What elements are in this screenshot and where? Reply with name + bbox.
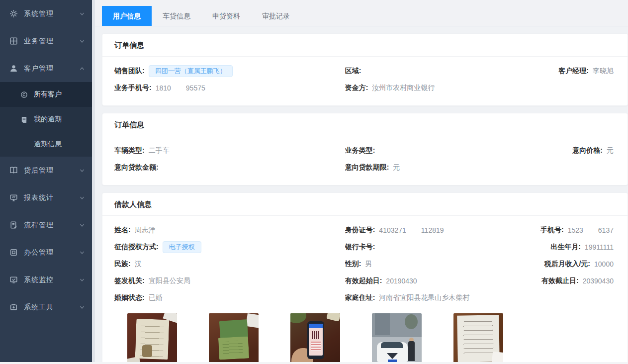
sidebar-item-label: 系统管理 [24,9,79,18]
field-intent-price: 意向价格: 元 [520,142,616,159]
sidebar-item-overdue-info[interactable]: 逾期信息 [0,132,92,157]
sidebar-item-system-tools[interactable]: 系统工具 [0,293,92,321]
sidebar-item-label: 流程管理 [24,221,79,230]
chevron-down-icon [79,304,85,310]
notebook-icon [20,115,28,123]
license-booklet-photo[interactable] [209,313,259,364]
field-gender: 性别: 男 [345,256,521,273]
field-id-number: 身份证号: 4103271112819 [345,222,521,239]
horizontal-scrollbar-track[interactable] [0,362,628,364]
field-customer-manager: 客户经理: 李晓旭 [520,63,616,80]
field-mobile-phone: 手机号: 15236137 [520,222,616,239]
gear-icon [9,9,18,18]
sales-team-tag[interactable]: 四团一营（直属王鹏飞） [149,65,233,77]
sidebar-item-postloan-mgmt[interactable]: 贷后管理 [0,157,92,184]
sidebar-item-report-stats[interactable]: 报表统计 [0,184,92,211]
field-valid-until: 有效截止日: 20390430 [520,273,616,289]
sidebar-item-my-overdue[interactable]: 我的逾期 [0,107,92,132]
grid-icon [9,37,18,46]
detail-tabbar: 用户信息 车贷信息 申贷资料 审批记录 [95,0,628,26]
sidebar-item-customer-mgmt[interactable]: 客户管理 [0,55,92,82]
field-business-phone: 业务手机号: 181095575 [114,80,345,96]
chevron-down-icon [79,195,85,201]
sidebar-item-label: 所有客户 [34,90,62,99]
chevron-down-icon [79,168,85,174]
card-title: 订单信息 [102,34,628,57]
tab-approval-records[interactable]: 审批记录 [251,6,301,26]
card-title: 借款人信息 [102,193,628,216]
redaction-block [171,85,186,91]
main-content: 用户信息 车贷信息 申贷资料 审批记录 订单信息 销售团队: 四团一营（直属王鹏… [95,0,628,364]
monitor-check-icon [9,275,18,284]
field-business-type: 业务类型: [345,142,521,159]
photo-item: 本人照 [127,313,177,364]
field-region: 区域: [345,63,521,80]
sidebar-item-label: 业务管理 [24,37,79,46]
handwritten-doc-photo[interactable] [453,313,503,364]
redaction-block [406,227,421,234]
field-funder: 资金方: 汝州市农村商业银行 [345,80,521,96]
field-bank-card: 银行卡号: [345,239,521,256]
sidebar-item-workflow-mgmt[interactable]: 流程管理 [0,211,92,239]
photo-item: 授权证明 [290,313,340,364]
field-monthly-income: 税后月收入/元: 10000 [520,256,616,273]
field-sales-team: 销售团队: 四团一营（直属王鹏飞） [114,63,345,80]
toolbox-icon [9,303,18,312]
field-ethnicity: 民族: 汉 [114,256,345,273]
field-issuing-authority: 签发机关: 宜阳县公安局 [114,273,345,289]
phone-qr-photo[interactable] [290,313,340,364]
customers-icon [20,91,28,98]
sidebar-item-system-monitor[interactable]: 系统监控 [0,266,92,293]
sidebar: 系统管理 业务管理 客户管理 所有客户 我的逾期 逾期信息 [0,0,92,364]
redaction-block [583,227,598,234]
card-title: 订单信息 [102,113,628,136]
field-marital-status: 婚姻状态: 已婚 [114,289,345,306]
sidebar-item-label: 客户管理 [24,64,79,73]
e-auth-tag[interactable]: 电子授权 [163,241,201,253]
field-birth-date: 出生年月: 19911111 [520,239,616,256]
chevron-down-icon [79,222,85,228]
person-car-photo[interactable] [372,313,422,364]
order-info-card-1: 订单信息 销售团队: 四团一营（直属王鹏飞） 区域: 客户经理: 李晓旭 业务手… [102,33,628,106]
workflow-icon [9,221,18,230]
chevron-down-icon [79,277,85,283]
field-credit-auth-method: 征信授权方式: 电子授权 [114,239,345,256]
open-book-icon [9,166,18,175]
photo-item: 人车合影 [372,313,422,364]
sidebar-item-label: 系统工具 [24,303,79,312]
office-icon [9,248,18,257]
chevron-up-icon [79,66,85,72]
field-vehicle-type: 车辆类型: 二手车 [114,142,345,159]
order-info-card-2: 订单信息 车辆类型: 二手车 业务类型: 意向价格: 元 意向贷款金额: [102,113,628,185]
sidebar-item-system-mgmt[interactable]: 系统管理 [0,0,92,27]
sidebar-item-all-customers[interactable]: 所有客户 [0,82,92,107]
borrower-info-card: 借款人信息 姓名: 周志洋 身份证号: 4103271112819 手机号: 1… [102,192,628,364]
field-home-address: 家庭住址: 河南省宜阳县花果山乡木柴村 [345,289,521,306]
user-icon [9,64,18,73]
field-intent-loan-amount: 意向贷款金额: [114,159,345,176]
tab-user-info[interactable]: 用户信息 [102,6,152,26]
sidebar-item-office-mgmt[interactable]: 办公管理 [0,239,92,266]
chevron-down-icon [79,38,85,44]
monitor-icon [9,193,18,202]
tab-loan-application-docs[interactable]: 申贷资料 [201,6,251,26]
sidebar-item-label: 逾期信息 [34,140,62,149]
chevron-down-icon [79,250,85,256]
field-name: 姓名: 周志洋 [114,222,345,239]
sidebar-item-label: 办公管理 [24,248,79,257]
field-valid-from: 有效起始日: 20190430 [345,273,521,289]
customer-mgmt-submenu: 所有客户 我的逾期 逾期信息 [0,82,92,157]
photo-item: 其他材料 [453,313,503,364]
sidebar-item-label: 贷后管理 [24,166,79,175]
chevron-down-icon [79,11,85,17]
sidebar-item-business-mgmt[interactable]: 业务管理 [0,27,92,55]
tab-car-loan-info[interactable]: 车贷信息 [152,6,201,26]
borrower-photos: 本人照 驾驶证副页 授权证明 [127,313,616,364]
field-intent-loan-term: 意向贷款期限: 元 [345,159,521,176]
photo-item: 驾驶证副页 [209,313,259,364]
id-card-photo[interactable] [127,313,177,364]
sidebar-item-label: 我的逾期 [34,115,62,124]
sidebar-item-label: 系统监控 [24,275,79,284]
sidebar-item-label: 报表统计 [24,193,79,202]
